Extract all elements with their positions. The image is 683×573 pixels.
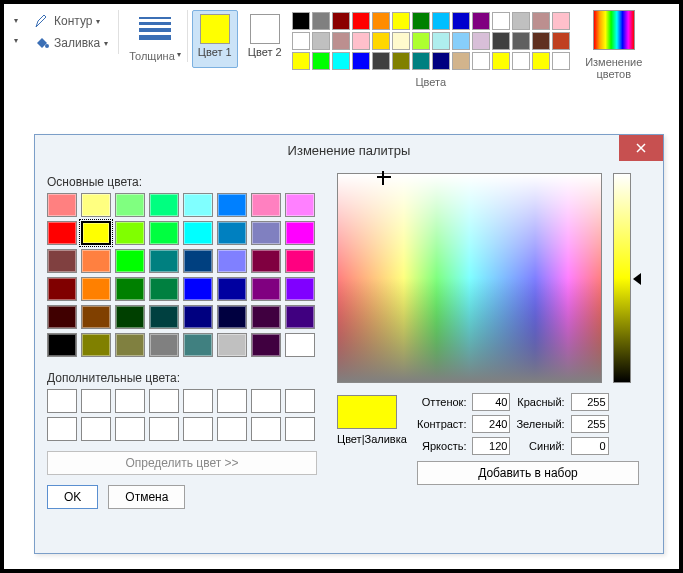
custom-color-swatch[interactable] [285,389,315,413]
custom-color-swatch[interactable] [115,389,145,413]
basic-color-swatch[interactable] [285,277,315,301]
basic-color-swatch[interactable] [285,193,315,217]
palette-swatch[interactable] [452,52,470,70]
basic-color-swatch[interactable] [115,221,145,245]
palette-swatch[interactable] [472,52,490,70]
basic-color-swatch[interactable] [115,277,145,301]
basic-color-swatch[interactable] [47,333,77,357]
palette-swatch[interactable] [292,32,310,50]
custom-color-swatch[interactable] [47,417,77,441]
basic-color-swatch[interactable] [251,277,281,301]
basic-color-swatch[interactable] [47,305,77,329]
close-button[interactable] [619,135,663,161]
palette-swatch[interactable] [552,12,570,30]
palette-swatch[interactable] [332,32,350,50]
basic-color-swatch[interactable] [217,277,247,301]
basic-color-swatch[interactable] [251,305,281,329]
basic-color-swatch[interactable] [81,221,111,245]
palette-swatch[interactable] [312,32,330,50]
basic-color-swatch[interactable] [149,305,179,329]
hue-input[interactable] [472,393,510,411]
red-input[interactable] [571,393,609,411]
palette-swatch[interactable] [292,52,310,70]
palette-swatch[interactable] [412,12,430,30]
basic-color-swatch[interactable] [149,221,179,245]
dialog-titlebar[interactable]: Изменение палитры [35,135,663,165]
basic-color-swatch[interactable] [217,333,247,357]
basic-color-swatch[interactable] [285,305,315,329]
color1-slot[interactable]: Цвет 1 [192,10,238,68]
blue-input[interactable] [571,437,609,455]
outline-dropdown[interactable]: Контур ▾ [34,10,100,32]
palette-swatch[interactable] [552,52,570,70]
basic-color-swatch[interactable] [47,221,77,245]
basic-color-swatch[interactable] [217,249,247,273]
cancel-button[interactable]: Отмена [108,485,185,509]
palette-swatch[interactable] [392,52,410,70]
basic-color-swatch[interactable] [47,277,77,301]
custom-color-swatch[interactable] [115,417,145,441]
basic-color-swatch[interactable] [115,249,145,273]
color2-slot[interactable]: Цвет 2 [242,10,288,68]
sat-input[interactable] [472,415,510,433]
basic-color-swatch[interactable] [81,193,111,217]
luminance-arrow-icon[interactable] [633,273,641,285]
basic-color-swatch[interactable] [217,305,247,329]
palette-swatch[interactable] [392,32,410,50]
basic-color-swatch[interactable] [251,193,281,217]
basic-color-swatch[interactable] [183,277,213,301]
palette-swatch[interactable] [352,12,370,30]
palette-swatch[interactable] [372,32,390,50]
basic-color-swatch[interactable] [115,333,145,357]
custom-color-swatch[interactable] [217,417,247,441]
palette-swatch[interactable] [552,32,570,50]
lum-input[interactable] [472,437,510,455]
basic-color-swatch[interactable] [115,193,145,217]
palette-swatch[interactable] [512,52,530,70]
luminance-bar[interactable] [613,173,631,383]
basic-color-swatch[interactable] [115,305,145,329]
basic-color-swatch[interactable] [217,221,247,245]
basic-color-swatch[interactable] [47,193,77,217]
custom-color-swatch[interactable] [251,417,281,441]
palette-swatch[interactable] [492,12,510,30]
custom-color-swatch[interactable] [81,417,111,441]
custom-color-swatch[interactable] [251,389,281,413]
basic-color-swatch[interactable] [285,221,315,245]
palette-swatch[interactable] [532,32,550,50]
palette-swatch[interactable] [332,52,350,70]
palette-swatch[interactable] [352,52,370,70]
green-input[interactable] [571,415,609,433]
thickness-button[interactable] [135,10,175,46]
basic-color-swatch[interactable] [81,305,111,329]
hue-sat-field[interactable] [337,173,602,383]
palette-swatch[interactable] [512,32,530,50]
palette-swatch[interactable] [312,12,330,30]
basic-color-swatch[interactable] [251,221,281,245]
custom-color-swatch[interactable] [149,417,179,441]
basic-color-swatch[interactable] [251,333,281,357]
palette-swatch[interactable] [312,52,330,70]
basic-color-swatch[interactable] [149,277,179,301]
basic-color-swatch[interactable] [183,305,213,329]
palette-swatch[interactable] [432,32,450,50]
palette-swatch[interactable] [472,12,490,30]
ok-button[interactable]: OK [47,485,98,509]
custom-color-swatch[interactable] [285,417,315,441]
palette-swatch[interactable] [432,52,450,70]
custom-color-swatch[interactable] [183,389,213,413]
fill-dropdown[interactable]: Заливка ▾ [34,32,108,54]
add-to-custom-button[interactable]: Добавить в набор [417,461,639,485]
palette-swatch[interactable] [472,32,490,50]
custom-color-swatch[interactable] [149,389,179,413]
edit-colors-button[interactable] [593,10,635,50]
palette-swatch[interactable] [392,12,410,30]
palette-swatch[interactable] [332,12,350,30]
palette-swatch[interactable] [372,52,390,70]
basic-color-swatch[interactable] [285,249,315,273]
basic-color-swatch[interactable] [149,249,179,273]
palette-swatch[interactable] [532,52,550,70]
ribbon-tiny-button-2[interactable]: ▾ [8,32,24,48]
palette-swatch[interactable] [412,32,430,50]
basic-color-swatch[interactable] [81,277,111,301]
